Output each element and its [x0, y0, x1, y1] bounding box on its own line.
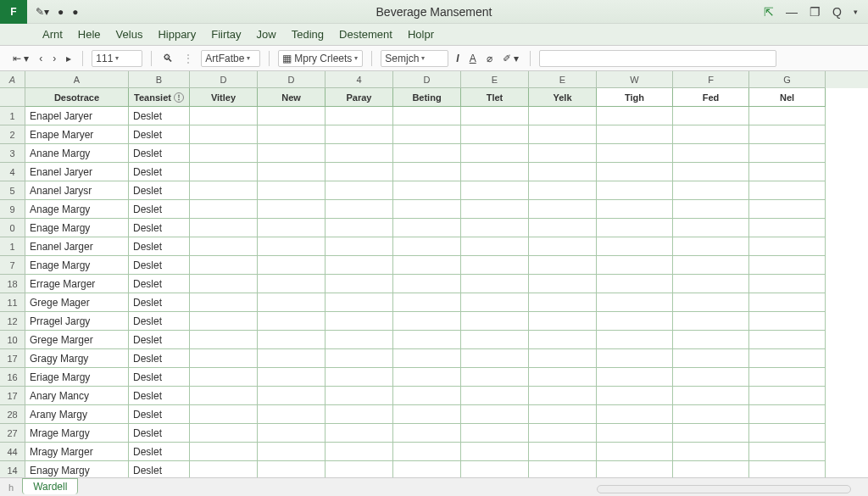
cell[interactable]	[673, 331, 749, 349]
cell[interactable]: Errage Marger	[25, 275, 129, 293]
cell[interactable]	[326, 443, 393, 461]
cell[interactable]: Enanel Jaryer	[25, 163, 129, 181]
cell[interactable]	[529, 405, 597, 424]
row-header[interactable]: 28	[0, 405, 25, 424]
cell[interactable]	[326, 125, 393, 144]
column-header[interactable]: W	[597, 71, 673, 88]
cell[interactable]	[597, 443, 673, 461]
table-column-header[interactable]: Vitley	[190, 88, 258, 107]
cell[interactable]	[393, 331, 461, 349]
cell[interactable]: Deslet	[129, 200, 190, 219]
cell[interactable]	[326, 256, 393, 275]
cell[interactable]: Eriage Margy	[25, 368, 129, 387]
cell[interactable]	[190, 443, 258, 461]
cell[interactable]	[749, 181, 826, 200]
filter-icon[interactable]: ⋮	[174, 92, 184, 103]
cell[interactable]	[597, 125, 673, 144]
cell[interactable]	[749, 461, 826, 477]
cell[interactable]	[393, 405, 461, 424]
cell[interactable]	[529, 387, 597, 405]
cell[interactable]	[461, 331, 529, 349]
cell[interactable]	[461, 163, 529, 181]
cell[interactable]	[529, 107, 597, 125]
cell[interactable]	[461, 461, 529, 477]
sheet-tab-active[interactable]: Wardell	[22, 478, 78, 494]
cell[interactable]	[393, 443, 461, 461]
row-header[interactable]: 14	[0, 461, 25, 477]
cell[interactable]	[673, 405, 749, 424]
cell[interactable]: Arany Margy	[25, 405, 129, 424]
share-icon[interactable]: ⇱	[764, 5, 774, 19]
cell[interactable]	[258, 405, 326, 424]
sheet-nav[interactable]: h	[8, 482, 14, 493]
cell[interactable]	[258, 387, 326, 405]
cell[interactable]	[597, 312, 673, 331]
cell[interactable]	[461, 275, 529, 293]
column-header[interactable]: F	[673, 71, 749, 88]
cell[interactable]: Deslet	[129, 368, 190, 387]
cell[interactable]	[393, 312, 461, 331]
cell[interactable]	[529, 443, 597, 461]
cell[interactable]	[749, 125, 826, 144]
cell[interactable]	[749, 349, 826, 368]
cell[interactable]: Deslet	[129, 293, 190, 312]
cell[interactable]	[597, 107, 673, 125]
cell[interactable]	[673, 256, 749, 275]
table-column-header[interactable]: Tigh	[597, 88, 673, 107]
cell[interactable]: Enage Margy	[25, 219, 129, 237]
cell[interactable]	[461, 349, 529, 368]
cell[interactable]	[326, 461, 393, 477]
cell[interactable]	[326, 312, 393, 331]
table-column-header[interactable]: Tlet	[461, 88, 529, 107]
cell[interactable]	[190, 424, 258, 443]
cell[interactable]	[326, 237, 393, 256]
row-header[interactable]: 4	[0, 163, 25, 181]
cell[interactable]	[529, 275, 597, 293]
cell[interactable]	[673, 125, 749, 144]
row-header[interactable]: 11	[0, 293, 25, 312]
row-header[interactable]: 12	[0, 312, 25, 331]
cell[interactable]	[749, 144, 826, 163]
cell[interactable]: Mrage Margy	[25, 424, 129, 443]
cell[interactable]	[597, 219, 673, 237]
cell[interactable]	[597, 163, 673, 181]
menu-item[interactable]: Holpr	[408, 28, 434, 41]
cell[interactable]: Deslet	[129, 443, 190, 461]
cell[interactable]	[597, 144, 673, 163]
cell[interactable]	[673, 237, 749, 256]
cell[interactable]	[461, 405, 529, 424]
cell[interactable]	[258, 237, 326, 256]
cell[interactable]	[749, 200, 826, 219]
cell[interactable]	[326, 331, 393, 349]
cell[interactable]	[326, 181, 393, 200]
cell[interactable]	[190, 107, 258, 125]
table-column-header[interactable]: Beting	[393, 88, 461, 107]
cell[interactable]	[326, 107, 393, 125]
cell[interactable]	[529, 125, 597, 144]
row-header[interactable]	[0, 88, 25, 107]
cell[interactable]	[461, 424, 529, 443]
cell[interactable]	[258, 256, 326, 275]
cell[interactable]	[326, 275, 393, 293]
cell[interactable]: Deslet	[129, 424, 190, 443]
cell[interactable]	[749, 424, 826, 443]
cell[interactable]	[673, 144, 749, 163]
cell[interactable]	[749, 275, 826, 293]
cell[interactable]	[258, 424, 326, 443]
cell[interactable]	[393, 293, 461, 312]
cell[interactable]: Deslet	[129, 256, 190, 275]
cell[interactable]: Deslet	[129, 405, 190, 424]
cell[interactable]	[258, 349, 326, 368]
select-all-corner[interactable]: A	[0, 71, 25, 88]
cell[interactable]	[529, 312, 597, 331]
cell[interactable]: Mragy Marger	[25, 443, 129, 461]
cell[interactable]	[393, 387, 461, 405]
column-header[interactable]: D	[258, 71, 326, 88]
cell[interactable]	[529, 424, 597, 443]
menu-item[interactable]: Destement	[339, 28, 392, 41]
cell[interactable]: Prragel Jargy	[25, 312, 129, 331]
table-column-header[interactable]: Nel	[749, 88, 826, 107]
column-header[interactable]: D	[393, 71, 461, 88]
table-column-header[interactable]: New	[258, 88, 326, 107]
search-icon[interactable]: Q	[832, 5, 842, 19]
